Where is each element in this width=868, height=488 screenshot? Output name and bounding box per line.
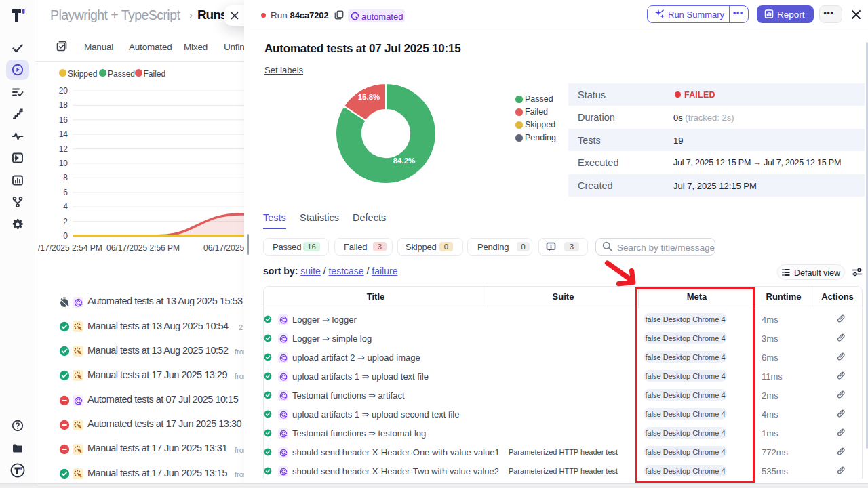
svg-text:18: 18 xyxy=(59,100,68,110)
svg-text:10: 10 xyxy=(59,159,68,168)
svg-text:2: 2 xyxy=(63,217,68,226)
svg-text:6: 6 xyxy=(63,188,68,197)
svg-text:06/17/2025 2:56 PM: 06/17/2025 2:56 PM xyxy=(106,243,180,253)
svg-text:0: 0 xyxy=(63,231,68,241)
svg-text:8: 8 xyxy=(63,173,68,182)
svg-text:/17/2025 2:54 PM: /17/2025 2:54 PM xyxy=(38,243,102,253)
svg-text:20: 20 xyxy=(59,86,68,96)
svg-text:16: 16 xyxy=(59,115,68,125)
svg-text:84.2%: 84.2% xyxy=(393,157,416,165)
svg-text:15.8%: 15.8% xyxy=(358,93,380,101)
svg-text:06/17/2025: 06/17/2025 xyxy=(203,243,244,253)
svg-text:4: 4 xyxy=(63,202,68,211)
svg-text:12: 12 xyxy=(59,144,68,154)
svg-text:14: 14 xyxy=(59,129,68,139)
